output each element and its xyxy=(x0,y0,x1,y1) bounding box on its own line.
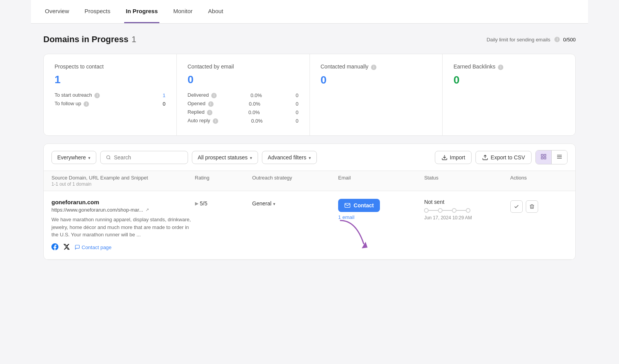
stat-prospects-label: Prospects to contact xyxy=(55,63,166,70)
opened-info-icon[interactable]: i xyxy=(208,101,214,107)
nav-monitor[interactable]: Monitor xyxy=(172,0,194,23)
contact-button[interactable]: Contact xyxy=(338,199,380,212)
import-label: Import xyxy=(450,154,465,161)
page-header: Domains in Progress 1 Daily limit for se… xyxy=(43,34,576,44)
stat-opened-pct: 0.0% xyxy=(249,101,260,107)
search-wrapper[interactable] xyxy=(100,151,188,164)
page-title-row: Domains in Progress 1 xyxy=(43,34,136,44)
stat-autoreply-count: 0 xyxy=(296,118,298,124)
list-view-button[interactable] xyxy=(552,150,567,164)
daily-limit-label: Daily limit for sending emails xyxy=(487,37,551,43)
export-button[interactable]: Export to CSV xyxy=(475,151,532,164)
svg-point-0 xyxy=(106,156,109,159)
col-email: Email xyxy=(338,175,424,187)
status-label: Not sent xyxy=(424,199,510,205)
stat-autoreply-label: Auto reply i xyxy=(188,118,218,124)
daily-limit-section: Daily limit for sending emails i 0/500 xyxy=(487,37,576,43)
strategy-chevron-icon xyxy=(273,200,275,207)
email-count[interactable]: 1 email xyxy=(338,214,424,220)
domain-links: Contact page xyxy=(51,243,195,251)
status-chevron-icon xyxy=(250,154,252,161)
delivered-info-icon[interactable]: i xyxy=(211,93,217,98)
email-icon xyxy=(344,202,351,208)
stat-delivered: Delivered i 0.0% 0 xyxy=(188,92,299,98)
import-button[interactable]: Import xyxy=(435,151,472,164)
col-status: Status xyxy=(424,175,510,187)
strategy-cell[interactable]: General xyxy=(252,199,338,207)
delete-action-button[interactable] xyxy=(526,200,538,213)
contact-page-label: Contact page xyxy=(82,244,111,250)
actions-cell xyxy=(510,199,568,213)
message-icon xyxy=(75,244,80,250)
email-cell: Contact 1 email xyxy=(338,199,424,220)
stat-row-followup: To follow up i 0 xyxy=(55,101,166,107)
outreach-info-icon[interactable]: i xyxy=(94,93,100,98)
strategy-label: General xyxy=(252,200,272,207)
twitter-link[interactable] xyxy=(63,243,70,251)
stat-followup-value: 0 xyxy=(163,101,166,107)
timeline-line-2 xyxy=(443,210,452,211)
status-cell: Not sent Jun 17, 2024 10:29 AM xyxy=(424,199,510,220)
advanced-filter[interactable]: Advanced filters xyxy=(262,151,317,164)
contact-page-link[interactable]: Contact page xyxy=(75,244,111,250)
advanced-filter-label: Advanced filters xyxy=(268,154,306,161)
stat-outreach-value: 1 xyxy=(163,92,166,98)
location-filter[interactable]: Everywhere xyxy=(51,151,96,164)
page-title-count: 1 xyxy=(132,34,136,44)
top-navigation: Overview Prospects In Progress Monitor A… xyxy=(31,0,588,24)
export-icon xyxy=(482,154,488,161)
followup-info-icon[interactable]: i xyxy=(84,101,89,107)
page-content: Domains in Progress 1 Daily limit for se… xyxy=(31,24,588,271)
stat-prospects-to-contact: Prospects to contact 1 To start outreach… xyxy=(44,54,177,135)
advanced-chevron-icon xyxy=(309,154,311,161)
stat-replied: Replied i 0.0% 0 xyxy=(188,109,299,115)
export-label: Export to CSV xyxy=(491,154,525,161)
domain-snippet: We have marathon running apparel, displa… xyxy=(51,216,195,239)
autoreply-info-icon[interactable]: i xyxy=(213,118,218,124)
filter-bar: Everywhere All prospect statuses Advance… xyxy=(44,144,575,171)
contact-button-label: Contact xyxy=(354,202,374,208)
check-icon xyxy=(514,204,519,209)
status-filter[interactable]: All prospect statuses xyxy=(192,151,258,164)
svg-rect-7 xyxy=(544,157,546,159)
nav-overview[interactable]: Overview xyxy=(43,0,71,23)
col-strategy: Outreach strategy xyxy=(252,175,338,187)
stat-email-value: 0 xyxy=(188,73,299,86)
daily-limit-info-icon[interactable]: i xyxy=(554,37,560,42)
grid-view-button[interactable] xyxy=(536,150,552,164)
facebook-link[interactable] xyxy=(51,243,58,251)
view-toggle xyxy=(535,150,568,164)
timeline-dot-2 xyxy=(438,208,443,213)
rating-cell: ▶ 5/5 xyxy=(195,199,252,207)
nav-about[interactable]: About xyxy=(207,0,225,23)
svg-rect-4 xyxy=(541,154,543,156)
timeline-dot-3 xyxy=(452,208,457,213)
domain-name: goneforarun.com xyxy=(51,199,195,205)
svg-rect-6 xyxy=(541,157,543,159)
stat-row-outreach: To start outreach i 1 xyxy=(55,92,166,98)
stat-manual-value: 0 xyxy=(321,74,432,86)
stat-replied-label: Replied i xyxy=(188,109,213,115)
stat-contacted-manually: Contacted manually i 0 xyxy=(310,54,443,135)
stat-opened-count: 0 xyxy=(296,101,298,107)
page-title: Domains in Progress xyxy=(43,34,128,44)
backlinks-info-icon[interactable]: i xyxy=(498,65,503,70)
table-card: Everywhere All prospect statuses Advance… xyxy=(43,144,576,260)
external-link-icon[interactable]: ↗ xyxy=(145,207,149,212)
check-action-button[interactable] xyxy=(510,200,523,213)
rating-arrow-icon: ▶ xyxy=(195,201,198,206)
timeline-dot-1 xyxy=(424,208,429,213)
stat-autoreply-pct: 0.0% xyxy=(251,118,263,124)
stat-email-label: Contacted by email xyxy=(188,63,299,70)
nav-in-progress[interactable]: In Progress xyxy=(124,0,159,23)
list-icon xyxy=(556,154,563,160)
table-header: Source Domain, URL Example and Snippet 1… xyxy=(44,171,575,191)
manual-info-icon[interactable]: i xyxy=(371,65,376,70)
nav-prospects[interactable]: Prospects xyxy=(83,0,112,23)
replied-info-icon[interactable]: i xyxy=(207,110,212,115)
search-input[interactable] xyxy=(114,154,182,161)
stat-replied-count: 0 xyxy=(296,109,298,115)
status-date: Jun 17, 2024 10:29 AM xyxy=(424,215,510,220)
trash-icon xyxy=(529,204,535,209)
status-filter-label: All prospect statuses xyxy=(198,154,248,161)
